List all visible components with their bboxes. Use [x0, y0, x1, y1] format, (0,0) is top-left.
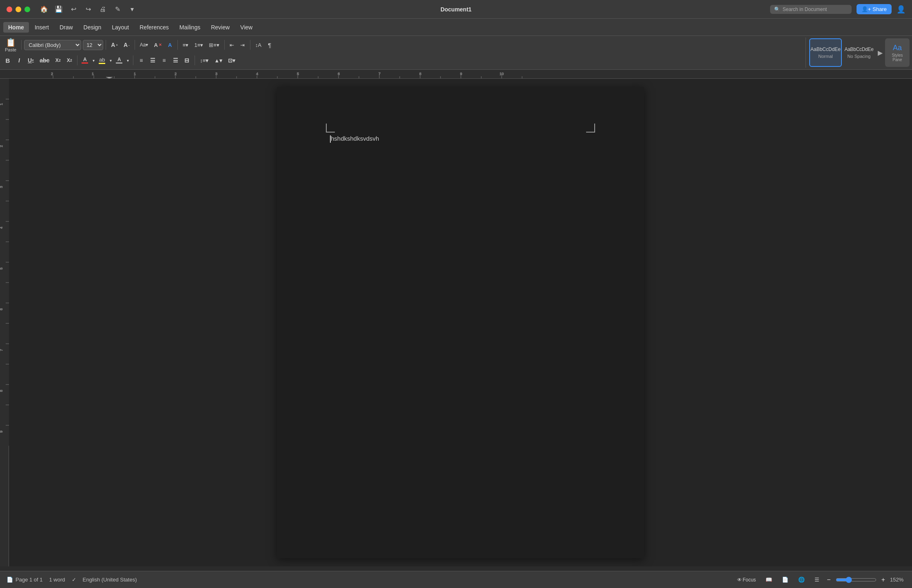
share-button[interactable]: 👤+ Share	[857, 4, 892, 14]
menu-item-review[interactable]: Review	[206, 22, 235, 33]
clear-format-button[interactable]: A✕	[151, 38, 164, 51]
document-page[interactable]: hshdkshdksvdsvh	[277, 87, 644, 558]
menu-item-draw[interactable]: Draw	[55, 22, 78, 33]
svg-text:7: 7	[379, 72, 381, 76]
separator	[195, 55, 195, 65]
multilevel-list-button[interactable]: ⊞≡▾	[206, 38, 222, 51]
align-left-button[interactable]: ≡	[136, 55, 146, 66]
search-box[interactable]: 🔍 Search in Document	[770, 5, 852, 14]
char-shading-letter: A	[117, 57, 121, 62]
svg-text:3: 3	[215, 72, 217, 76]
customize-icon[interactable]: ✎	[112, 4, 123, 15]
minimize-button[interactable]	[15, 7, 21, 12]
language-status[interactable]: English (United States)	[83, 577, 137, 583]
menu-item-view[interactable]: View	[235, 22, 257, 33]
highlight-swatch	[99, 63, 105, 64]
bullets-button[interactable]: ≡▾	[180, 38, 191, 51]
status-bar: 📄 Page 1 of 1 1 word ✓ English (United S…	[0, 571, 912, 588]
strikethrough-button[interactable]: abc	[37, 55, 52, 66]
menu-item-home[interactable]: Home	[3, 22, 29, 33]
font-family-select[interactable]: Calibri (Body)	[24, 40, 81, 50]
text-effects-button[interactable]: A	[165, 38, 175, 51]
menu-bar: Home Insert Draw Design Layout Reference…	[0, 19, 912, 36]
styles-pane-button[interactable]: Aa StylesPane	[885, 38, 910, 67]
menu-item-mailings[interactable]: Mailings	[175, 22, 205, 33]
document-area[interactable]: hshdkshdksvdsvh	[9, 79, 912, 566]
font-color-dropdown[interactable]: ▾	[91, 54, 96, 67]
menu-item-design[interactable]: Design	[79, 22, 106, 33]
more-icon[interactable]: ▾	[126, 4, 138, 15]
font-color-button[interactable]: A	[80, 55, 90, 66]
numbering-button[interactable]: 1≡▾	[192, 38, 206, 51]
menu-item-insert[interactable]: Insert	[30, 22, 54, 33]
document-title: Document1	[441, 6, 471, 13]
separator	[77, 55, 77, 65]
align-distributed-button[interactable]: ⊟	[182, 55, 192, 66]
undo-icon[interactable]: ↩	[68, 4, 79, 15]
paste-label: Paste	[5, 47, 16, 52]
italic-button[interactable]: I	[14, 55, 24, 66]
paragraph-shading-button[interactable]: ▲▾	[212, 55, 225, 66]
redo-icon[interactable]: ↪	[82, 4, 94, 15]
maximize-button[interactable]	[24, 7, 30, 12]
superscript-button[interactable]: X2	[64, 55, 75, 66]
menu-item-references[interactable]: References	[135, 22, 174, 33]
word-count: 1 word	[49, 577, 65, 583]
change-case-button[interactable]: Aa▾	[137, 38, 151, 51]
subscript-button[interactable]: X2	[53, 55, 63, 66]
increase-indent-button[interactable]: ⇥	[238, 38, 248, 51]
svg-text:3: 3	[0, 186, 3, 188]
search-placeholder: Search in Document	[783, 7, 827, 12]
web-layout-button[interactable]: 🌐	[796, 573, 807, 586]
line-spacing-button[interactable]: ↕≡▾	[197, 55, 211, 66]
font-color-letter: A	[83, 57, 87, 62]
show-paragraph-button[interactable]: ¶	[265, 38, 274, 51]
borders-button[interactable]: ⊡▾	[226, 55, 238, 66]
align-justify-button[interactable]: ☰	[170, 55, 181, 66]
decrease-indent-button[interactable]: ⇤	[227, 38, 237, 51]
bold-button[interactable]: B	[2, 55, 13, 66]
highlight-button[interactable]: ab	[97, 55, 107, 66]
share-icon: 👤+	[861, 6, 871, 12]
highlight-dropdown[interactable]: ▾	[108, 54, 113, 67]
user-account-button[interactable]: 👤	[897, 5, 905, 14]
underline-button[interactable]: U▾	[25, 55, 36, 66]
titlebar-toolbar: 🏠 💾 ↩ ↪ 🖨 ✎ ▾	[38, 4, 138, 15]
proofing-icon-area[interactable]: ✓	[72, 577, 76, 583]
save-icon[interactable]: 💾	[53, 4, 64, 15]
home-icon[interactable]: 🏠	[38, 4, 50, 15]
close-button[interactable]	[7, 7, 12, 12]
shrink-font-button[interactable]: A-	[121, 38, 132, 51]
paste-button[interactable]: 📋 Paste	[2, 37, 19, 53]
print-layout-button[interactable]: 📄	[779, 573, 791, 586]
menu-item-layout[interactable]: Layout	[107, 22, 134, 33]
char-shading-dropdown[interactable]: ▾	[125, 54, 131, 67]
zoom-slider[interactable]	[836, 577, 877, 583]
horizontal-ruler: 2 1 1 2 3 4 5 6 7 8 9 10	[0, 70, 912, 79]
outline-button[interactable]: ☰	[812, 573, 822, 586]
grow-font-button[interactable]: A+	[108, 38, 120, 51]
sort-button[interactable]: ↕A	[253, 38, 264, 51]
toolbar-row-2: B I U▾ abc X2 X2 A ▾ ab ▾ A	[2, 53, 806, 68]
styles-scroll-button[interactable]: ▶	[876, 47, 884, 58]
svg-text:1: 1	[0, 103, 3, 105]
read-mode-button[interactable]: 📖	[763, 573, 775, 586]
status-right-area: 👁 Focus 📖 📄 🌐 ☰ − + 152%	[735, 573, 905, 586]
svg-text:10: 10	[500, 72, 504, 76]
align-right-button[interactable]: ≡	[159, 55, 169, 66]
font-color-swatch	[82, 62, 88, 64]
print-icon[interactable]: 🖨	[97, 4, 108, 15]
svg-text:4: 4	[0, 227, 3, 229]
style-no-spacing[interactable]: AaBbCcDdEe No Spacing	[843, 38, 875, 67]
align-center-button[interactable]: ☰	[147, 55, 158, 66]
styles-pane-label: StylesPane	[892, 53, 903, 62]
svg-text:4: 4	[256, 72, 258, 76]
font-size-select[interactable]: 12	[83, 40, 103, 50]
svg-text:1: 1	[92, 72, 94, 76]
zoom-increase-icon[interactable]: +	[881, 576, 885, 584]
zoom-decrease-icon[interactable]: −	[827, 576, 830, 584]
text-content-area[interactable]: hshdkshdksvdsvh	[330, 128, 379, 144]
char-shading-button[interactable]: A	[114, 55, 124, 66]
style-normal[interactable]: AaBbCcDdEe Normal	[809, 38, 842, 67]
focus-button[interactable]: 👁 Focus	[735, 573, 759, 586]
